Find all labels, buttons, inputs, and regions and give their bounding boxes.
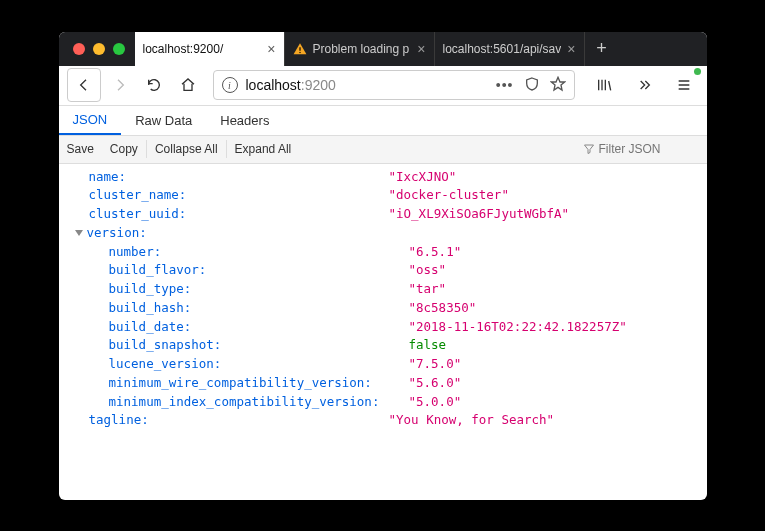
json-toolbar: Save Copy Collapse All Expand All: [59, 136, 707, 164]
close-icon[interactable]: ×: [417, 42, 425, 56]
home-button[interactable]: [173, 70, 203, 100]
library-icon[interactable]: [589, 70, 619, 100]
json-row[interactable]: minimum_wire_compatibility_version:"5.6.…: [69, 374, 697, 393]
json-row[interactable]: minimum_index_compatibility_version:"5.0…: [69, 393, 697, 412]
save-button[interactable]: Save: [59, 136, 102, 163]
tab-label: localhost:5601/api/sav: [443, 42, 562, 56]
tab-json[interactable]: JSON: [59, 106, 122, 135]
collapse-all-button[interactable]: Collapse All: [147, 136, 226, 163]
url-text: localhost:9200: [246, 77, 488, 93]
json-row[interactable]: build_snapshot:false: [69, 336, 697, 355]
reload-button[interactable]: [139, 70, 169, 100]
close-icon[interactable]: ×: [267, 42, 275, 56]
browser-window: localhost:9200/ × Problem loading p × lo…: [59, 32, 707, 500]
maximize-window-button[interactable]: [113, 43, 125, 55]
filter-wrap: [575, 142, 707, 156]
warning-icon: [293, 42, 307, 56]
json-row[interactable]: cluster_name:"docker-cluster": [69, 186, 697, 205]
nav-bar: i localhost:9200 •••: [59, 66, 707, 106]
json-row[interactable]: build_type:"tar": [69, 280, 697, 299]
json-row[interactable]: build_date:"2018-11-16T02:22:42.182257Z": [69, 318, 697, 337]
tab-3[interactable]: localhost:5601/api/sav ×: [435, 32, 585, 66]
page-actions-icon[interactable]: •••: [496, 77, 514, 93]
forward-button[interactable]: [105, 70, 135, 100]
tab-1[interactable]: localhost:9200/ ×: [135, 32, 285, 66]
address-bar[interactable]: i localhost:9200 •••: [213, 70, 575, 100]
bookmark-star-icon[interactable]: [550, 76, 566, 95]
json-row[interactable]: cluster_uuid:"iO_XL9XiSOa6FJyutWGbfA": [69, 205, 697, 224]
chevron-down-icon[interactable]: [75, 230, 83, 236]
json-row-expandable[interactable]: version:: [69, 224, 697, 243]
new-tab-button[interactable]: +: [585, 32, 619, 66]
tab-strip: localhost:9200/ × Problem loading p × lo…: [59, 32, 707, 66]
json-row[interactable]: build_flavor:"oss": [69, 261, 697, 280]
close-window-button[interactable]: [73, 43, 85, 55]
close-icon[interactable]: ×: [567, 42, 575, 56]
window-controls: [67, 32, 135, 66]
filter-input[interactable]: [599, 142, 699, 156]
tab-label: Problem loading p: [313, 42, 412, 56]
tab-raw-data[interactable]: Raw Data: [121, 106, 206, 135]
json-row[interactable]: name:"IxcXJNO": [69, 168, 697, 187]
reader-shield-icon[interactable]: [524, 76, 540, 95]
copy-button[interactable]: Copy: [102, 136, 146, 163]
tab-2[interactable]: Problem loading p ×: [285, 32, 435, 66]
json-row[interactable]: build_hash:"8c58350": [69, 299, 697, 318]
svg-rect-0: [299, 47, 300, 51]
minimize-window-button[interactable]: [93, 43, 105, 55]
tab-label: localhost:9200/: [143, 42, 262, 56]
expand-all-button[interactable]: Expand All: [227, 136, 300, 163]
json-row[interactable]: number:"6.5.1": [69, 243, 697, 262]
filter-icon: [583, 143, 595, 155]
json-row[interactable]: tagline:"You Know, for Search": [69, 411, 697, 430]
json-row[interactable]: lucene_version:"7.5.0": [69, 355, 697, 374]
site-info-icon[interactable]: i: [222, 77, 238, 93]
back-button[interactable]: [69, 70, 99, 100]
viewer-tabs: JSON Raw Data Headers: [59, 106, 707, 136]
menu-icon[interactable]: [669, 70, 699, 100]
json-viewer: name:"IxcXJNO" cluster_name:"docker-clus…: [59, 164, 707, 500]
svg-rect-1: [299, 51, 300, 52]
tab-headers[interactable]: Headers: [206, 106, 283, 135]
overflow-icon[interactable]: [629, 70, 659, 100]
